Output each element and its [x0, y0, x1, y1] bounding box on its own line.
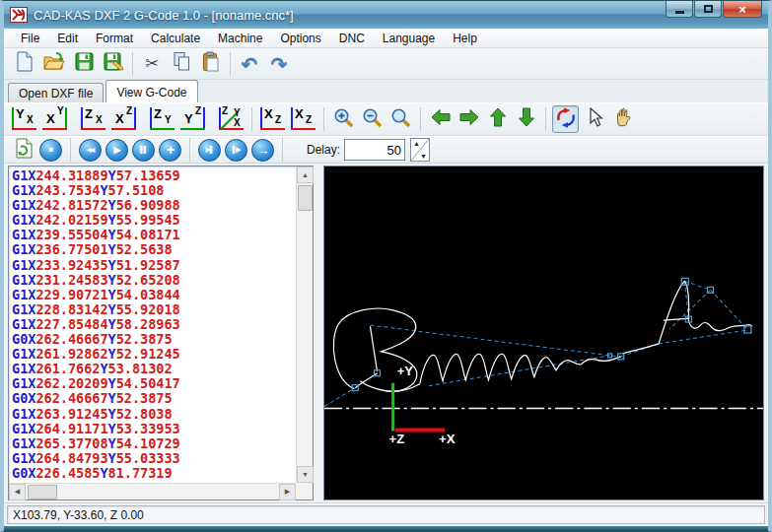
step-forward-button[interactable]: ▌▶	[225, 139, 247, 162]
gcode-vertical-scrollbar[interactable]: ▲ ▼	[296, 166, 313, 483]
toolbar-separator	[282, 138, 283, 162]
view-yz-button[interactable]: YZ	[178, 105, 207, 133]
skip-forward-button[interactable]: ▶▌	[198, 139, 221, 162]
toolbar-separator	[545, 107, 546, 131]
vertical-scroll-thumb[interactable]	[298, 185, 313, 211]
menu-format[interactable]: Format	[87, 30, 142, 47]
rotate-view-icon	[555, 107, 577, 132]
zoom-out-button[interactable]	[359, 105, 386, 133]
delay-input[interactable]	[344, 139, 405, 161]
gcode-line: G0X262.46667Y52.3875	[12, 391, 296, 406]
gcode-line: G1X229.90721Y54.03844	[12, 288, 296, 302]
pan-down-button[interactable]	[513, 105, 539, 133]
new-file-icon	[16, 51, 34, 76]
paste-button[interactable]	[196, 50, 226, 78]
open-file-button[interactable]	[39, 50, 69, 78]
spinner-down-icon[interactable]: ▼	[420, 153, 427, 160]
view-xy-button[interactable]: XY	[40, 105, 69, 133]
view-zx-button[interactable]: ZX	[79, 105, 107, 133]
menu-edit[interactable]: Edit	[48, 30, 87, 47]
rotate-view-button[interactable]	[552, 105, 579, 133]
scroll-down-icon[interactable]: ▼	[297, 466, 314, 483]
axis-line-horizontal	[150, 128, 175, 130]
redo-button[interactable]: ↷	[264, 50, 294, 78]
stop-button[interactable]: ■	[39, 139, 62, 162]
pause-button[interactable]: ▌▌	[132, 139, 155, 162]
add-button[interactable]: +	[159, 139, 181, 162]
toolpath-canvas[interactable]: +Y +Z +X	[323, 166, 764, 500]
redo-icon: ↷	[271, 52, 288, 76]
scroll-right-icon[interactable]: ▶	[279, 484, 296, 500]
save-as-file-button[interactable]	[99, 50, 128, 78]
scroll-left-icon[interactable]: ◀	[9, 484, 26, 500]
gcode-line: G1X243.7534Y57.5108	[12, 183, 296, 198]
pan-right-button[interactable]	[456, 105, 482, 133]
pan-up-button[interactable]	[484, 105, 511, 133]
select-cursor-icon	[586, 107, 603, 131]
gcode-line: G1X236.77501Y52.5638	[12, 242, 296, 257]
axis-line-horizontal	[260, 128, 285, 130]
close-icon: ×	[738, 3, 746, 16]
view-xz-2-button[interactable]: XZ	[258, 105, 287, 133]
horizontal-scroll-thumb[interactable]	[28, 485, 57, 499]
menu-dnc[interactable]: DNC	[330, 30, 374, 47]
gcode-horizontal-scrollbar[interactable]: ◀ ▶	[9, 483, 296, 499]
gcode-line: G1X231.24583Y52.65208	[12, 273, 296, 288]
view-yx-button[interactable]: YX	[10, 105, 38, 133]
forward-button[interactable]: →	[251, 139, 274, 162]
axis-letter: X	[27, 114, 34, 125]
menu-calculate[interactable]: Calculate	[142, 30, 209, 47]
close-button[interactable]: ×	[723, 1, 762, 18]
menu-help[interactable]: Help	[444, 30, 486, 47]
pan-left-button[interactable]	[427, 105, 454, 133]
spinner-up-icon[interactable]: ▲	[413, 140, 420, 147]
new-file-button[interactable]	[10, 50, 39, 78]
axis-letter: Z	[85, 106, 93, 121]
paste-icon	[202, 51, 220, 76]
pan-right-icon	[459, 108, 479, 130]
tab-view-gcode[interactable]: View G-Code	[105, 80, 197, 102]
pan-hand-button[interactable]	[609, 105, 636, 133]
select-cursor-button[interactable]	[581, 105, 607, 133]
gcode-list[interactable]: G1X244.31889Y57.13659G1X243.7534Y57.5108…	[9, 166, 296, 483]
copy-button[interactable]	[167, 50, 196, 78]
menu-machine[interactable]: Machine	[209, 30, 271, 47]
view-zy-button[interactable]: ZY	[148, 105, 176, 133]
menu-language[interactable]: Language	[374, 30, 444, 47]
toolpath-drawing: +Y +Z +X	[324, 166, 763, 499]
maximize-button[interactable]	[694, 1, 722, 18]
gcode-line: G1X233.92435Y51.92587	[12, 258, 296, 273]
axis-letter: X	[234, 117, 241, 128]
gcode-line: G0X226.4585Y81.77319	[12, 466, 296, 481]
scroll-up-icon[interactable]: ▲	[297, 166, 314, 183]
zoom-tool-button[interactable]	[387, 105, 414, 133]
axis-letter: Y	[16, 106, 25, 121]
view-xz-3-button[interactable]: XZ	[289, 105, 317, 133]
cut-button[interactable]: ✂	[137, 50, 167, 78]
menu-file[interactable]: File	[12, 30, 48, 47]
tab-open-dxf-file[interactable]: Open DXF file	[8, 83, 104, 102]
axis-line-vertical	[134, 107, 136, 130]
axis-line-vertical	[291, 107, 293, 130]
position-readout: X103.79, Y-33.60, Z 0.00	[7, 505, 765, 524]
generate-gcode-button[interactable]	[12, 138, 35, 162]
play-button[interactable]: ▶	[105, 139, 128, 162]
rewind-icon: ◀◀	[87, 147, 94, 153]
axis-line-horizontal	[111, 128, 136, 130]
axis-letter: Z	[154, 106, 162, 121]
rewind-button[interactable]: ◀◀	[79, 139, 102, 162]
title-bar[interactable]: CAD-KAS DXF 2 G-Code 1.0 - [noname.cnc*]…	[4, 1, 768, 29]
zoom-in-button[interactable]	[330, 105, 357, 133]
save-as-file-icon	[104, 52, 124, 75]
view-xz-button[interactable]: XZ	[109, 105, 138, 133]
save-file-button[interactable]	[69, 50, 99, 78]
undo-button[interactable]: ↶	[235, 50, 264, 78]
axis-letter: Z	[126, 105, 132, 116]
axis-letter: X	[96, 114, 103, 125]
delay-spinner[interactable]: ▲ ▼	[410, 138, 430, 162]
view-3d-button[interactable]: ZYX	[217, 105, 246, 133]
minimize-button[interactable]	[666, 1, 693, 18]
tab-row: Open DXF file View G-Code	[4, 80, 768, 102]
menu-options[interactable]: Options	[271, 30, 329, 47]
axis-line-horizontal	[81, 128, 105, 130]
